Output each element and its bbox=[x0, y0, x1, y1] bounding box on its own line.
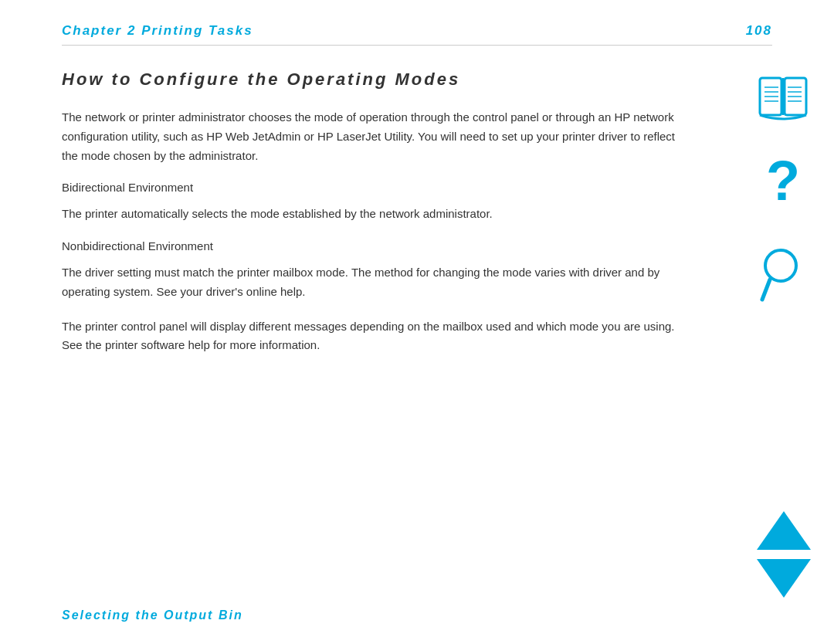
magnifier-icon[interactable] bbox=[755, 241, 811, 310]
paragraph-2: The printer automatically selects the mo… bbox=[62, 205, 680, 224]
svg-text:?: ? bbox=[766, 152, 800, 212]
sidebar-icons: ? bbox=[755, 69, 811, 310]
subheading-1: Bidirectional Environment bbox=[62, 181, 680, 194]
paragraph-3: The driver setting must match the printe… bbox=[62, 263, 680, 302]
book-icon[interactable] bbox=[755, 69, 811, 125]
chapter-label: Chapter 2 Printing Tasks bbox=[62, 23, 253, 39]
footer-link[interactable]: Selecting the Output Bin bbox=[62, 608, 243, 622]
svg-point-12 bbox=[765, 250, 796, 281]
down-arrow-icon[interactable] bbox=[757, 559, 811, 598]
page-header: Chapter 2 Printing Tasks 108 bbox=[62, 23, 772, 46]
page-container: Chapter 2 Printing Tasks 108 How to Conf… bbox=[0, 0, 834, 644]
paragraph-1: The network or printer administrator cho… bbox=[62, 108, 680, 165]
page-footer: Selecting the Output Bin bbox=[62, 608, 243, 622]
main-content: How to Configure the Operating Modes The… bbox=[62, 69, 680, 371]
up-arrow-icon[interactable] bbox=[757, 511, 811, 550]
page-number: 108 bbox=[746, 23, 772, 39]
subheading-2: Nonbidirectional Environment bbox=[62, 239, 680, 253]
paragraph-4: The printer control panel will display d… bbox=[62, 317, 680, 356]
navigation-arrows bbox=[757, 511, 811, 598]
section-title: How to Configure the Operating Modes bbox=[62, 69, 680, 90]
svg-line-13 bbox=[762, 280, 770, 300]
question-mark-icon[interactable]: ? bbox=[755, 148, 811, 218]
